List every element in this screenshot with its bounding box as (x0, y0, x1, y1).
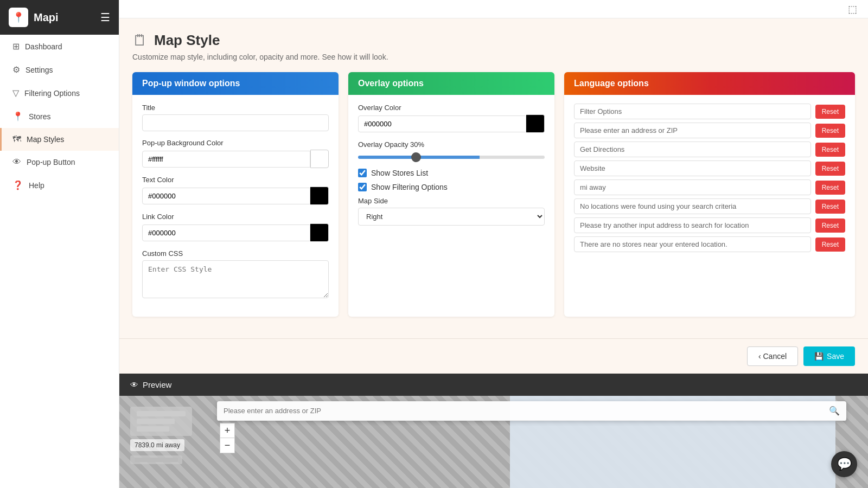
bg-color-group: Pop-up Background Color (142, 139, 329, 168)
lang-input-no-locations[interactable] (574, 198, 811, 214)
lang-input-filter-options[interactable] (574, 104, 811, 119)
map-controls: + − (220, 423, 235, 453)
link-color-group: Link Color (142, 213, 329, 242)
mapstyles-icon: 🗺 (12, 134, 21, 144)
lang-row-mi-away: Reset (574, 179, 845, 195)
show-filtering-label: Show Filtering Options (371, 183, 448, 191)
topbar-icon[interactable]: ⬚ (848, 3, 857, 15)
reset-button-address-zip[interactable]: Reset (815, 124, 845, 138)
text-color-row (142, 187, 329, 205)
popup-card: Pop-up window options Title Pop-up Backg… (132, 72, 339, 317)
lang-input-get-directions[interactable] (574, 142, 811, 157)
reset-button-mi-away[interactable]: Reset (815, 181, 845, 195)
show-stores-label: Show Stores List (371, 169, 428, 177)
show-stores-checkbox[interactable] (358, 169, 367, 177)
zoom-in-button[interactable]: + (220, 423, 235, 438)
lang-input-website[interactable] (574, 160, 811, 176)
content-area: 🗒 Map Style Customize map style, includi… (119, 18, 868, 338)
show-filtering-row: Show Filtering Options (358, 183, 545, 191)
dashboard-icon: ⊞ (12, 41, 20, 52)
reset-button-no-locations[interactable]: Reset (815, 200, 845, 214)
lang-input-try-another[interactable] (574, 217, 811, 233)
popupbutton-icon: 👁 (12, 157, 21, 167)
chat-icon: 💬 (837, 457, 852, 471)
bg-color-label: Pop-up Background Color (142, 139, 329, 147)
text-color-input[interactable] (142, 188, 310, 204)
title-input[interactable] (142, 114, 329, 131)
lang-row-no-locations: Reset (574, 198, 845, 214)
sidebar-item-dashboard[interactable]: ⊞ Dashboard (0, 35, 119, 58)
store-info-box (130, 407, 192, 436)
preview-section: 👁 Preview (119, 374, 868, 396)
lang-row-filter-options: Reset (574, 104, 845, 119)
custom-css-group: Custom CSS (142, 249, 329, 300)
show-filtering-checkbox[interactable] (358, 183, 367, 191)
lang-input-mi-away[interactable] (574, 179, 811, 195)
settings-icon: ⚙ (12, 65, 20, 75)
language-card: Language options ResetResetResetResetRes… (564, 72, 855, 317)
reset-button-try-another[interactable]: Reset (815, 219, 845, 233)
sidebar-item-help[interactable]: ❓ Help (0, 174, 119, 197)
lang-input-no-stores[interactable] (574, 236, 811, 252)
preview-icon: 👁 (130, 380, 138, 389)
overlay-color-swatch[interactable] (526, 114, 545, 133)
bg-color-swatch[interactable] (310, 150, 329, 168)
chat-bubble[interactable]: 💬 (831, 451, 857, 477)
lang-row-try-another: Reset (574, 217, 845, 233)
overlay-color-label: Overlay Color (358, 104, 545, 112)
sidebar-item-stores[interactable]: 📍 Stores (0, 105, 119, 128)
custom-css-input[interactable] (142, 260, 329, 298)
store-info-line2 (137, 419, 175, 424)
link-color-swatch[interactable] (310, 223, 329, 242)
opacity-group: Overlay Opacity 30% (358, 140, 545, 161)
overlay-card-header: Overlay options (348, 72, 554, 95)
topbar: ⬚ (119, 0, 868, 18)
store-address (130, 455, 182, 464)
cancel-button[interactable]: ‹ Cancel (747, 346, 798, 366)
map-search-input[interactable] (224, 407, 825, 415)
map-side-select[interactable]: Right Left Top Bottom (358, 208, 545, 226)
zoom-out-button[interactable]: − (220, 438, 235, 453)
overlay-color-input[interactable] (358, 115, 526, 132)
store-info-line1 (137, 411, 186, 416)
reset-button-get-directions[interactable]: Reset (815, 143, 845, 157)
sidebar-item-filtering[interactable]: ▽ Filtering Options (0, 81, 119, 105)
sidebar-item-popupbutton[interactable]: 👁 Pop-up Button (0, 151, 119, 174)
link-color-row (142, 223, 329, 242)
show-stores-row: Show Stores List (358, 169, 545, 177)
overlay-color-group: Overlay Color (358, 104, 545, 133)
main-content: ⬚ 🗒 Map Style Customize map style, inclu… (119, 0, 868, 488)
action-bar: ‹ Cancel 💾 Save (119, 338, 868, 374)
cards-row: Pop-up window options Title Pop-up Backg… (132, 72, 855, 317)
sidebar-header: 📍 Mapi ☰ (0, 0, 119, 35)
hamburger-icon[interactable]: ☰ (100, 11, 110, 24)
reset-button-filter-options[interactable]: Reset (815, 105, 845, 119)
bg-color-row (142, 150, 329, 168)
stores-icon: 📍 (12, 111, 23, 121)
link-color-input[interactable] (142, 224, 310, 241)
logo-icon: 📍 (9, 8, 28, 27)
sidebar-item-mapstyles[interactable]: 🗺 Map Styles (0, 128, 119, 151)
text-color-group: Text Color (142, 176, 329, 205)
save-button[interactable]: 💾 Save (803, 346, 855, 366)
map-side-label: Map Side (358, 197, 545, 205)
language-card-body: ResetResetResetResetResetResetResetReset (564, 95, 855, 264)
sidebar-item-settings[interactable]: ⚙ Settings (0, 58, 119, 81)
sidebar: 📍 Mapi ☰ ⊞ Dashboard ⚙ Settings ▽ Filter… (0, 0, 119, 488)
reset-button-no-stores[interactable]: Reset (815, 237, 845, 252)
custom-css-label: Custom CSS (142, 249, 329, 258)
title-group: Title (142, 104, 329, 131)
map-search-bar: 🔍 (217, 401, 846, 421)
overlay-color-row (358, 114, 545, 133)
lang-row-address-zip: Reset (574, 123, 845, 138)
title-label: Title (142, 104, 329, 112)
text-color-label: Text Color (142, 176, 329, 184)
reset-button-website[interactable]: Reset (815, 162, 845, 176)
map-distance: 7839.0 mi away (130, 439, 184, 451)
bg-color-input[interactable] (142, 151, 310, 168)
popup-card-body: Title Pop-up Background Color Text Color (132, 95, 339, 317)
opacity-slider[interactable] (358, 156, 545, 159)
page-icon: 🗒 (132, 31, 148, 49)
text-color-swatch[interactable] (310, 187, 329, 205)
lang-input-address-zip[interactable] (574, 123, 811, 138)
